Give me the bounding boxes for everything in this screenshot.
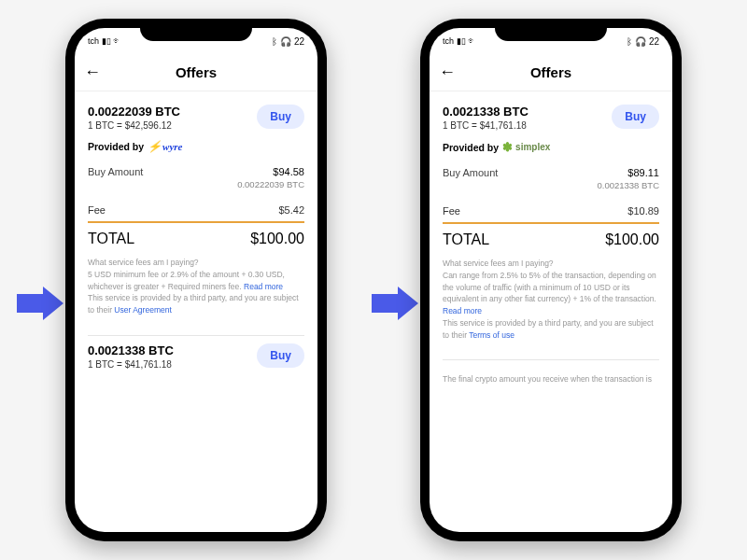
- fee-row: Fee $5.42: [88, 204, 304, 223]
- provider-row: Provided by ✽simplex: [443, 140, 659, 154]
- exchange-rate: 1 BTC = $42,596.12: [88, 120, 180, 131]
- signal-icon: ▮▯: [457, 36, 466, 46]
- exchange-rate: 1 BTC = $41,761.18: [88, 359, 174, 370]
- total-label: TOTAL: [443, 231, 489, 248]
- headphone-icon: 🎧: [280, 36, 291, 47]
- phone-frame: tch ▮▯ ᯤ ᛒ 🎧 22 ← Offers 0.0021338 BTC 1…: [420, 19, 682, 541]
- fee-value: $5.42: [278, 204, 304, 216]
- nav-bar: ← Offers: [75, 54, 317, 91]
- device-notch: [495, 19, 607, 41]
- total-row: TOTAL $100.00: [443, 231, 659, 248]
- asterisk-icon: ✽: [502, 140, 513, 154]
- offer-card: 0.0021338 BTC 1 BTC = $41,761.18 Buy Pro…: [443, 97, 659, 350]
- buy-amount-label: Buy Amount: [443, 167, 498, 178]
- wifi-icon: ᯤ: [468, 36, 476, 46]
- bluetooth-icon: ᛒ: [627, 36, 632, 47]
- exchange-rate: 1 BTC = $41,761.18: [443, 120, 529, 131]
- fee-label: Fee: [88, 204, 106, 216]
- back-icon[interactable]: ←: [439, 63, 456, 82]
- back-icon[interactable]: ←: [84, 63, 101, 82]
- page-title: Offers: [530, 64, 571, 80]
- agreement-link[interactable]: User Agreement: [114, 305, 171, 315]
- btc-amount: 0.0021338 BTC: [443, 105, 529, 119]
- bolt-icon: ⚡: [148, 140, 162, 153]
- headphone-icon: 🎧: [635, 36, 646, 47]
- read-more-link[interactable]: Read more: [244, 282, 283, 291]
- provider-row: Provided by ⚡wyre: [88, 140, 304, 153]
- buy-button[interactable]: Buy: [257, 343, 304, 368]
- buy-button[interactable]: Buy: [612, 105, 659, 129]
- btc-amount: 0.0021338 BTC: [88, 343, 174, 357]
- disclaimer: What service fees am I paying? Can range…: [443, 258, 659, 341]
- total-value: $100.00: [250, 231, 304, 247]
- fee-row: Fee $10.89: [443, 205, 659, 224]
- buy-amount-value: $94.58: [273, 166, 304, 177]
- total-value: $100.00: [605, 231, 659, 248]
- buy-amount-label: Buy Amount: [88, 166, 143, 177]
- buy-amount-btc: 0.00222039 BTC: [88, 179, 304, 189]
- buy-button[interactable]: Buy: [257, 105, 304, 129]
- nav-bar: ← Offers: [430, 54, 672, 91]
- phone-frame: tch ▮▯ ᯤ ᛒ 🎧 22 ← Offers 0.00222039 BTC …: [65, 19, 327, 541]
- page-title: Offers: [176, 64, 217, 80]
- wifi-icon: ᯤ: [113, 36, 121, 46]
- buy-amount-btc: 0.0021338 BTC: [443, 180, 659, 190]
- footer-note: The final crypto amount you receive when…: [443, 373, 659, 385]
- offer-card: 0.00222039 BTC 1 BTC = $42,596.12 Buy Pr…: [88, 97, 304, 326]
- total-label: TOTAL: [88, 231, 134, 247]
- btc-amount: 0.00222039 BTC: [88, 105, 180, 119]
- fee-value: $10.89: [627, 205, 659, 217]
- device-notch: [140, 19, 252, 41]
- buy-amount-value: $89.11: [627, 167, 659, 178]
- total-row: TOTAL $100.00: [88, 231, 304, 247]
- signal-icon: ▮▯: [102, 36, 111, 46]
- read-more-link[interactable]: Read more: [443, 306, 482, 315]
- agreement-link[interactable]: Terms of use: [469, 330, 514, 340]
- provider-logo-simplex: ✽simplex: [502, 140, 550, 154]
- disclaimer: What service fees am I paying? 5 USD min…: [88, 257, 304, 316]
- fee-label: Fee: [443, 205, 460, 217]
- bluetooth-icon: ᛒ: [272, 36, 277, 47]
- offer-card: 0.0021338 BTC 1 BTC = $41,761.18 Buy: [88, 336, 304, 379]
- provider-logo-wyre: ⚡wyre: [148, 140, 182, 153]
